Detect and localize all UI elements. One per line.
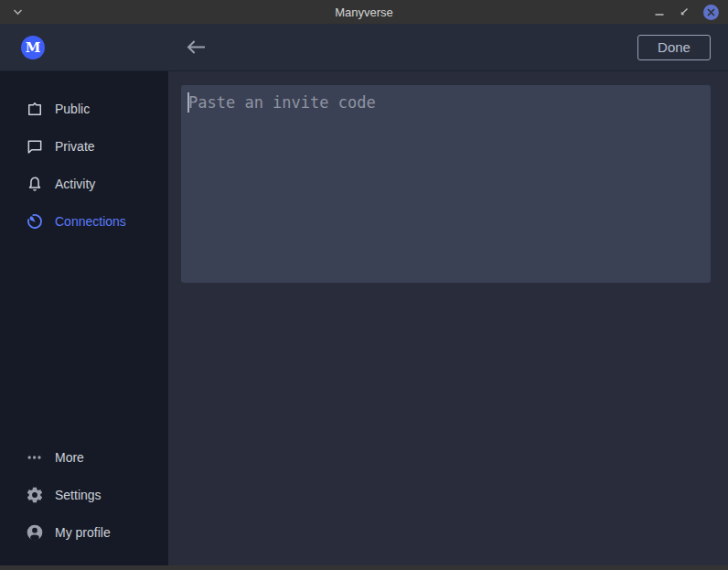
titlebar: Manyverse	[0, 0, 728, 24]
sidebar-item-label: Settings	[55, 488, 102, 502]
sidebar-item-label: My profile	[55, 525, 111, 540]
sidebar-item-connections[interactable]: Connections	[0, 202, 168, 240]
window-title: Manyverse	[0, 5, 728, 19]
window-bottom-edge	[0, 565, 728, 570]
sidebar-item-my-profile[interactable]: My profile	[0, 513, 168, 551]
arrow-left-icon	[186, 39, 206, 55]
sidebar-item-settings[interactable]: Settings	[0, 476, 168, 513]
manyverse-logo: M	[21, 36, 45, 59]
sidebar: Public Private Activity	[0, 71, 168, 565]
back-button[interactable]	[186, 39, 206, 55]
person-circle-icon	[26, 523, 44, 542]
sidebar-item-more[interactable]: More	[0, 438, 168, 476]
invite-code-input[interactable]	[181, 85, 711, 283]
minimize-icon[interactable]	[655, 7, 664, 16]
message-icon	[26, 137, 44, 156]
ellipsis-icon	[26, 448, 44, 467]
app-body: Public Private Activity	[0, 71, 728, 565]
sidebar-item-activity[interactable]: Activity	[0, 165, 168, 202]
sidebar-item-public[interactable]: Public	[0, 90, 168, 127]
bulletin-board-icon	[26, 100, 44, 118]
sidebar-item-private[interactable]: Private	[0, 127, 168, 165]
window-controls	[655, 5, 719, 20]
bell-icon	[26, 175, 44, 193]
manyverse-window: Manyverse M	[0, 0, 728, 570]
main-content	[168, 71, 728, 565]
connections-dial-icon	[26, 212, 44, 231]
sidebar-item-label: Private	[55, 139, 95, 154]
invite-input-wrap	[181, 85, 711, 286]
gear-icon	[26, 486, 44, 504]
app-header: M Done	[0, 24, 728, 71]
close-icon[interactable]	[703, 5, 719, 20]
logo-zone: M	[0, 36, 168, 59]
sidebar-spacer	[0, 240, 168, 438]
sidebar-item-label: Public	[55, 102, 90, 116]
sidebar-item-label: Activity	[55, 177, 95, 191]
sidebar-item-label: Connections	[55, 214, 126, 229]
restore-icon[interactable]	[679, 7, 689, 17]
done-button[interactable]: Done	[637, 35, 711, 60]
sidebar-item-label: More	[55, 450, 84, 465]
